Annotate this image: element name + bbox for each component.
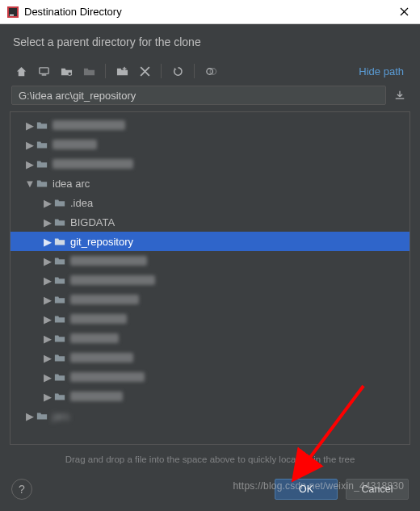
svg-rect-9 — [122, 68, 126, 69]
svg-point-7 — [68, 72, 71, 75]
close-button[interactable] — [395, 7, 414, 16]
tree-node-blurred[interactable]: ▶ — [10, 135, 410, 154]
tree-node-blurred[interactable]: ▶ — [10, 154, 410, 174]
button-bar: ? OK Cancel — [0, 472, 420, 511]
ok-button[interactable]: OK — [275, 479, 338, 500]
tree-node-blurred[interactable]: ▶ — [10, 329, 410, 348]
app-icon — [6, 6, 19, 19]
tree-node-git-repository[interactable]: ▶ git_repository — [10, 232, 410, 251]
tree-node-idea[interactable]: ▶ .idea — [10, 193, 410, 212]
tree-node-blurred[interactable]: ▶ — [10, 290, 410, 309]
help-button[interactable]: ? — [11, 479, 32, 500]
toolbar-separator — [161, 64, 162, 78]
drag-drop-hint: Drag and drop a file into the space abov… — [0, 450, 420, 472]
directory-tree[interactable]: ▶ ▶ ▶ ▼ idea arc ▶ — [10, 112, 410, 444]
tree-node-blurred[interactable]: ▶ — [10, 309, 410, 329]
tree-node-blurred[interactable]: ▶ — [10, 387, 410, 406]
module-icon[interactable] — [79, 61, 99, 81]
desktop-icon[interactable] — [34, 61, 53, 81]
tree-node-jars[interactable]: ▶ jars — [10, 406, 410, 425]
hide-path-link[interactable]: Hide path — [359, 65, 409, 77]
cancel-button[interactable]: Cancel — [346, 479, 409, 500]
path-row — [0, 86, 420, 111]
dialog-window: Destination Directory Select a parent di… — [0, 0, 420, 511]
path-input[interactable] — [11, 86, 386, 105]
toolbar-separator — [194, 64, 195, 78]
tree-container: ▶ ▶ ▶ ▼ idea arc ▶ — [10, 111, 410, 445]
show-hidden-icon[interactable] — [201, 61, 220, 81]
svg-rect-2 — [10, 15, 14, 16]
tree-node-blurred[interactable]: ▶ — [10, 115, 410, 135]
toolbar: Hide path — [0, 57, 420, 86]
project-icon[interactable] — [57, 61, 76, 81]
svg-rect-5 — [39, 67, 48, 73]
tree-label: idea arc — [52, 178, 90, 190]
tree-label: .idea — [70, 197, 93, 209]
new-folder-icon[interactable] — [112, 61, 132, 81]
svg-rect-6 — [41, 74, 46, 75]
delete-icon[interactable] — [135, 61, 154, 81]
window-title: Destination Directory — [24, 6, 395, 18]
tree-node-blurred[interactable]: ▶ — [10, 251, 410, 270]
home-icon[interactable] — [11, 61, 31, 81]
tree-node-blurred[interactable]: ▶ — [10, 367, 410, 387]
instruction-text: Select a parent directory for the clone — [0, 24, 420, 57]
save-path-icon[interactable] — [391, 86, 409, 104]
tree-node-idea-arc[interactable]: ▼ idea arc — [10, 174, 410, 193]
tree-node-blurred[interactable]: ▶ — [10, 270, 410, 290]
svg-rect-14 — [396, 98, 405, 99]
tree-node-blurred[interactable]: ▶ — [10, 348, 410, 367]
titlebar: Destination Directory — [0, 0, 420, 24]
tree-label: git_repository — [70, 236, 133, 248]
tree-label: jars — [52, 410, 69, 422]
tree-node-bigdata[interactable]: ▶ BIGDATA — [10, 212, 410, 232]
tree-label: BIGDATA — [70, 216, 115, 228]
toolbar-separator — [105, 64, 106, 78]
refresh-icon[interactable] — [168, 61, 187, 81]
